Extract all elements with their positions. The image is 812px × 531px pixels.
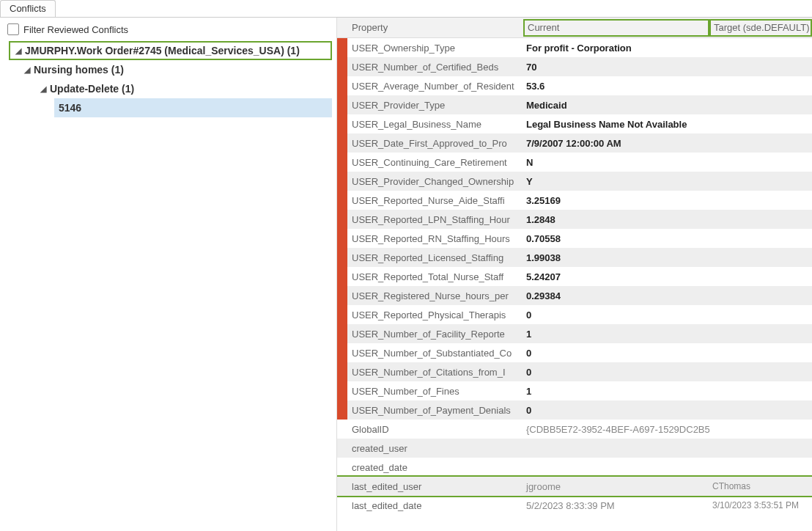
property-grid: Property Current Target (sde.DEFAULT) US… [337, 18, 812, 531]
current-value: 53.6 [523, 81, 709, 92]
conflict-marker [337, 133, 347, 153]
conflict-marker [337, 305, 347, 324]
property-name: USER_Reported_RN_Staffing_Hours [347, 233, 523, 244]
grid-row[interactable]: USER_Legal_Business_NameLegal Business N… [337, 114, 812, 133]
property-name: created_user [347, 443, 523, 454]
grid-row[interactable]: USER_Number_of_Fines1 [337, 381, 812, 400]
property-name: USER_Legal_Business_Name [347, 119, 523, 130]
conflict-marker [337, 381, 347, 400]
conflict-marker [337, 267, 347, 286]
current-value: 1 [523, 329, 709, 340]
grid-row[interactable]: USER_Registered_Nurse_hours_per0.29384 [337, 286, 812, 305]
grid-row[interactable]: created_user [337, 439, 812, 458]
conflict-marker [337, 114, 347, 133]
conflict-marker [337, 496, 347, 515]
property-name: USER_Average_Number_of_Resident [347, 81, 523, 92]
conflict-marker [337, 191, 347, 210]
tree-item-selected[interactable]: 5146 [54, 98, 332, 117]
grid-row[interactable]: USER_Reported_Nurse_Aide_Staffi3.25169 [337, 191, 812, 210]
filter-reviewed-checkbox[interactable] [7, 23, 19, 35]
target-value: 3/10/2023 3:53:51 PM [709, 500, 812, 510]
conflict-marker [337, 210, 347, 229]
target-value: CThomas [709, 481, 812, 491]
conflict-marker [337, 38, 347, 57]
current-value: 1.2848 [523, 214, 709, 225]
conflict-marker [337, 477, 347, 496]
grid-row[interactable]: USER_Number_of_Citations_from_I0 [337, 362, 812, 381]
current-value: 5.24207 [523, 271, 709, 282]
header-property[interactable]: Property [347, 22, 523, 33]
header-current[interactable]: Current [523, 19, 709, 37]
current-value: Medicaid [523, 100, 709, 111]
property-name: USER_Reported_Physical_Therapis [347, 310, 523, 321]
property-name: USER_Reported_Nurse_Aide_Staffi [347, 195, 523, 206]
property-name: USER_Reported_LPN_Staffing_Hour [347, 214, 523, 225]
property-name: USER_Ownership_Type [347, 43, 523, 54]
property-name: last_edited_date [347, 500, 523, 511]
conflict-marker [337, 400, 347, 420]
grid-row[interactable]: USER_Continuing_Care_RetirementN [337, 153, 812, 172]
chevron-down-icon: ◢ [13, 46, 23, 56]
header-target[interactable]: Target (sde.DEFAULT) [709, 19, 812, 37]
grid-header: Property Current Target (sde.DEFAULT) [337, 18, 812, 38]
grid-row[interactable]: USER_Number_of_Payment_Denials0 [337, 400, 812, 420]
conflict-marker [337, 153, 347, 172]
tree-item-nursing-homes[interactable]: ◢ Nursing homes (1) [22, 60, 332, 79]
property-name: USER_Reported_Licensed_Staffing [347, 252, 523, 263]
property-name: USER_Number_of_Certified_Beds [347, 62, 523, 73]
grid-row[interactable]: USER_Ownership_TypeFor profit - Corporat… [337, 38, 812, 57]
tree-item-update-delete[interactable]: ◢ Update-Delete (1) [38, 79, 332, 98]
conflict-marker [337, 324, 347, 343]
property-name: USER_Reported_Total_Nurse_Staff [347, 271, 523, 282]
conflict-marker [337, 439, 347, 458]
conflict-marker [337, 229, 347, 248]
tab-conflicts[interactable]: Conflicts [0, 0, 56, 17]
filter-reviewed-label: Filter Reviewed Conflicts [23, 24, 128, 35]
grid-row[interactable]: USER_Reported_RN_Staffing_Hours0.70558 [337, 229, 812, 248]
current-value: 0.29384 [523, 290, 709, 301]
chevron-down-icon: ◢ [22, 65, 32, 75]
grid-row[interactable]: USER_Number_of_Certified_Beds70 [337, 57, 812, 76]
conflict-marker [337, 95, 347, 114]
grid-row[interactable]: USER_Reported_Total_Nurse_Staff5.24207 [337, 267, 812, 286]
current-value: 3.25169 [523, 195, 709, 206]
conflict-tree-panel: Filter Reviewed Conflicts ◢ JMURPHY.Work… [0, 18, 337, 531]
grid-row[interactable]: USER_Average_Number_of_Resident53.6 [337, 76, 812, 95]
conflict-marker [337, 76, 347, 95]
grid-row[interactable]: created_date [337, 458, 812, 477]
grid-row[interactable]: last_edited_date5/2/2023 8:33:39 PM3/10/… [337, 496, 812, 515]
conflict-marker [337, 420, 347, 439]
current-value: N [523, 157, 709, 168]
grid-row[interactable]: USER_Date_First_Approved_to_Pro7/9/2007 … [337, 133, 812, 153]
grid-row[interactable]: GlobalID{CDBB5E72-3952-4BEF-A697-1529DC2… [337, 420, 812, 439]
property-name: USER_Date_First_Approved_to_Pro [347, 138, 523, 149]
grid-row[interactable]: USER_Provider_TypeMedicaid [337, 95, 812, 114]
property-name: USER_Number_of_Substantiated_Co [347, 348, 523, 359]
conflict-marker [337, 362, 347, 381]
chevron-down-icon: ◢ [38, 84, 48, 94]
conflict-marker [337, 458, 347, 477]
grid-row[interactable]: USER_Reported_Licensed_Staffing1.99038 [337, 248, 812, 267]
current-value: Legal Business Name Not Available [523, 119, 709, 130]
grid-row[interactable]: USER_Reported_LPN_Staffing_Hour1.2848 [337, 210, 812, 229]
tree-root[interactable]: ◢ JMURPHY.Work Order#2745 (Medical_Servi… [9, 41, 332, 60]
property-name: USER_Number_of_Facility_Reporte [347, 329, 523, 340]
property-name: USER_Provider_Changed_Ownership [347, 176, 523, 187]
current-value: 0 [523, 348, 709, 359]
property-name: created_date [347, 462, 523, 473]
property-name: USER_Number_of_Fines [347, 386, 523, 397]
tabs: Conflicts [0, 0, 812, 18]
conflict-marker [337, 286, 347, 305]
grid-row[interactable]: USER_Number_of_Substantiated_Co0 [337, 343, 812, 362]
current-value: 5/2/2023 8:33:39 PM [523, 500, 709, 511]
grid-row[interactable]: last_edited_userjgroomeCThomas [337, 477, 812, 496]
property-name: USER_Number_of_Citations_from_I [347, 367, 523, 378]
grid-row[interactable]: USER_Provider_Changed_OwnershipY [337, 172, 812, 191]
current-value: 0 [523, 310, 709, 321]
grid-row[interactable]: USER_Reported_Physical_Therapis0 [337, 305, 812, 324]
current-value: jgroome [523, 481, 709, 492]
current-value: 70 [523, 62, 709, 73]
property-name: GlobalID [347, 424, 523, 435]
grid-row[interactable]: USER_Number_of_Facility_Reporte1 [337, 324, 812, 343]
conflict-marker [337, 248, 347, 267]
